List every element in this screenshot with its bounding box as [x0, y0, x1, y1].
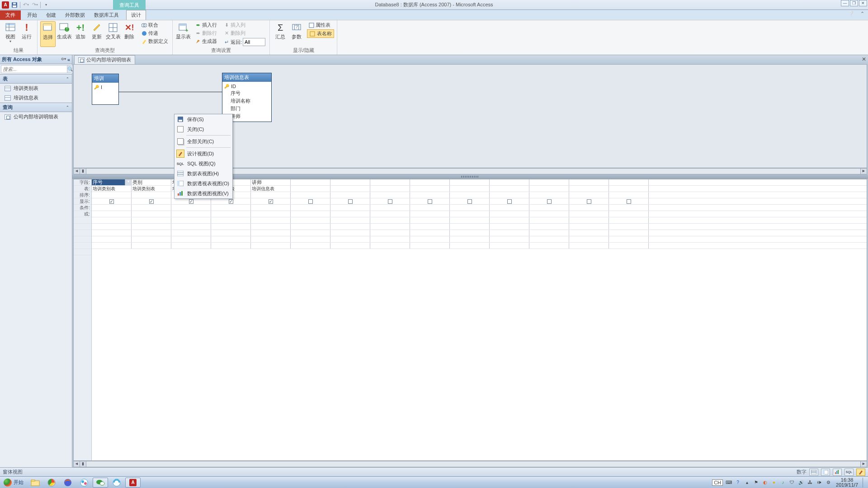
field-list-row[interactable]: 🔑ID [223, 83, 270, 89]
ctx-pivotchart[interactable]: 数据透视图视图(V) [175, 188, 232, 198]
qbe-cell[interactable] [92, 236, 132, 242]
dropdown-icon[interactable]: ▾ [125, 179, 131, 185]
qbe-cell[interactable] [450, 217, 490, 223]
redo-icon[interactable]: ↷▾ [31, 1, 38, 9]
qbe-cell[interactable] [410, 243, 450, 249]
qbe-cell[interactable] [330, 217, 370, 223]
view-pivottable-icon[interactable] [821, 469, 830, 476]
ctx-close[interactable]: 关闭(C) [175, 124, 232, 134]
qbe-cell[interactable] [370, 236, 410, 242]
qbe-cell[interactable]: 培训类别表 [92, 186, 132, 192]
qbe-cell[interactable] [132, 205, 171, 211]
qbe-cell[interactable] [450, 205, 490, 211]
view-sql-icon[interactable]: SQL [844, 469, 854, 476]
tab-file[interactable]: 文件 [0, 10, 21, 20]
qbe-cell[interactable] [450, 186, 490, 192]
start-button[interactable]: 开始 [0, 477, 27, 488]
qbe-cell[interactable] [291, 230, 330, 236]
qbe-cell[interactable] [410, 198, 450, 204]
show-checkbox[interactable] [547, 199, 552, 204]
nav-header[interactable]: 所有 Access 对象⊙▾« [0, 55, 72, 64]
qbe-cell[interactable] [490, 198, 529, 204]
qbe-cell[interactable] [569, 243, 609, 249]
qat-customize-icon[interactable]: ▾ [42, 1, 50, 9]
qbe-cell[interactable] [291, 205, 330, 211]
nav-group-tables[interactable]: 表⌃ [0, 74, 72, 84]
qbe-cell[interactable]: 讲师 [251, 179, 291, 185]
qbe-hscroll[interactable]: ◄▮► [73, 461, 867, 467]
show-checkbox[interactable] [348, 199, 353, 204]
qbe-cell[interactable] [609, 205, 649, 211]
qbe-cell[interactable] [132, 243, 171, 249]
qbe-cell[interactable] [529, 230, 569, 236]
taskbar-app1[interactable] [76, 478, 92, 488]
qbe-cell[interactable] [211, 243, 251, 249]
qbe-cell[interactable] [410, 192, 450, 198]
qbe-cell[interactable] [490, 205, 529, 211]
qbe-cell[interactable]: ✓ [211, 198, 251, 204]
params-button[interactable]: [?]参数 [289, 21, 304, 47]
qbe-cell[interactable] [330, 211, 370, 217]
qbe-cell[interactable] [291, 217, 330, 223]
taskbar-access[interactable]: A [125, 478, 141, 488]
qbe-cell[interactable] [490, 192, 529, 198]
qbe-cell[interactable] [569, 186, 609, 192]
qbe-cell[interactable] [450, 230, 490, 236]
view-design-icon[interactable] [856, 469, 865, 476]
qbe-cell[interactable] [330, 224, 370, 230]
totals-button[interactable]: Σ汇总 [273, 21, 288, 47]
nav-item-query[interactable]: 公司内部培训明细表 [0, 112, 72, 122]
field-list-row[interactable]: 培训名称 [223, 97, 270, 105]
show-checkbox[interactable] [388, 199, 392, 204]
datadef-button[interactable]: 数据定义 [140, 38, 170, 45]
tray-icon[interactable]: 🕪 [816, 479, 822, 486]
ctx-save[interactable]: 保存(S) [175, 114, 232, 124]
qbe-cell[interactable] [330, 192, 370, 198]
qbe-cell[interactable] [211, 211, 251, 217]
ctx-datasheet[interactable]: 数据表视图(H) [175, 169, 232, 178]
qbe-cell[interactable] [132, 236, 171, 242]
qbe-cell[interactable] [291, 224, 330, 230]
qbe-cell[interactable] [450, 224, 490, 230]
ctx-designview[interactable]: 设计视图(D) [175, 149, 232, 159]
field-list-row[interactable]: 序号 [223, 89, 270, 97]
qbe-cell[interactable] [410, 205, 450, 211]
qbe-cell[interactable] [291, 179, 330, 185]
qbe-cell[interactable] [569, 205, 609, 211]
qbe-cell[interactable] [251, 230, 291, 236]
qbe-cell[interactable] [211, 236, 251, 242]
qbe-cell[interactable] [569, 230, 609, 236]
qbe-cell[interactable] [92, 211, 132, 217]
qbe-cell[interactable]: ✓ [171, 198, 211, 204]
ctx-closeall[interactable]: 全部关闭(C) [175, 136, 232, 146]
restore-button[interactable]: ❐ [850, 0, 858, 6]
show-checkbox[interactable] [467, 199, 472, 204]
qbe-cell[interactable] [529, 192, 569, 198]
qbe-cell[interactable]: ✓ [92, 198, 132, 204]
show-checkbox[interactable]: ✓ [149, 199, 154, 204]
field-list-row[interactable]: 部门 [223, 105, 270, 113]
qbe-cell[interactable] [251, 243, 291, 249]
qbe-cell[interactable] [132, 192, 171, 198]
view-button[interactable]: 视图▾ [3, 21, 18, 47]
qbe-cell[interactable] [291, 186, 330, 192]
qbe-cell[interactable] [92, 243, 132, 249]
qbe-cell[interactable] [171, 230, 211, 236]
qbe-cell[interactable] [370, 217, 410, 223]
qbe-cell[interactable] [609, 179, 649, 185]
help-icon[interactable]: ❔ [848, 11, 854, 17]
propsheet-button[interactable]: 属性表 [307, 21, 334, 29]
qbe-cell[interactable] [92, 205, 132, 211]
taskbar-wechat[interactable] [93, 478, 108, 488]
qbe-cell[interactable] [410, 224, 450, 230]
qbe-cell[interactable] [450, 236, 490, 242]
tray-icon[interactable]: ⚙ [825, 479, 831, 486]
qbe-cell[interactable] [609, 243, 649, 249]
qbe-cell[interactable]: 类别 [132, 179, 171, 185]
nav-collapse-icon[interactable]: « [67, 57, 70, 62]
qbe-cell[interactable] [370, 211, 410, 217]
qbe-cell[interactable] [330, 236, 370, 242]
qbe-cell[interactable] [410, 236, 450, 242]
qbe-cell[interactable] [370, 243, 410, 249]
qbe-cell[interactable] [370, 224, 410, 230]
